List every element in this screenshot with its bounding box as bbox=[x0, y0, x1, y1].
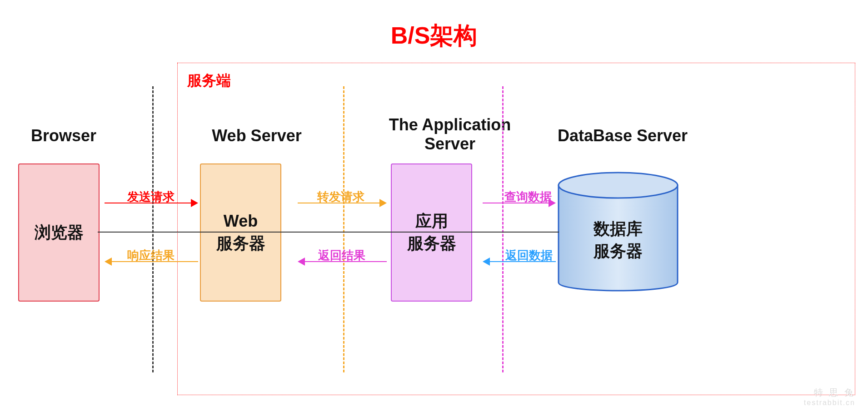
col-title-db: DataBase Server bbox=[545, 126, 700, 145]
divider-2 bbox=[343, 86, 344, 372]
diagram-title: B/S架构 bbox=[0, 20, 868, 52]
center-connector bbox=[98, 232, 559, 233]
arrow-f3-req-label: 查询数据 bbox=[504, 189, 552, 205]
col-title-web: Web Server bbox=[202, 126, 311, 145]
col-title-app-l1: The Application bbox=[389, 115, 511, 134]
arrow-f1-resp-head bbox=[105, 258, 112, 266]
node-web-l1: Web bbox=[224, 210, 258, 233]
node-app-l2: 服务器 bbox=[407, 233, 456, 255]
diagram-stage: B/S架构 服务端 Browser Web Server The Applica… bbox=[0, 0, 868, 416]
node-db-l1: 数据库 bbox=[594, 219, 643, 238]
node-app-l1: 应用 bbox=[415, 210, 448, 233]
watermark-l2: testrabbit.cn bbox=[804, 398, 855, 408]
arrow-f2-resp-head bbox=[298, 258, 305, 266]
divider-3 bbox=[502, 86, 504, 372]
arrow-f2-req-label: 转发请求 bbox=[317, 189, 364, 205]
node-db-l2: 服务器 bbox=[594, 242, 643, 260]
divider-1 bbox=[152, 86, 154, 372]
svg-point-0 bbox=[559, 173, 678, 198]
arrow-f2-req-head bbox=[379, 199, 387, 207]
node-db-label: 数据库 服务器 bbox=[557, 218, 679, 262]
col-title-app-l2: Server bbox=[424, 134, 475, 153]
arrow-f1-req-label: 发送请求 bbox=[127, 189, 175, 205]
arrow-f1-req-head bbox=[191, 199, 198, 207]
node-browser-label: 浏览器 bbox=[35, 222, 84, 244]
server-side-label: 服务端 bbox=[187, 71, 231, 91]
arrow-f3-resp-head bbox=[483, 258, 490, 266]
node-browser: 浏览器 bbox=[18, 163, 100, 302]
node-web-l2: 服务器 bbox=[216, 233, 265, 255]
arrow-f2-resp-label: 返回结果 bbox=[318, 248, 365, 263]
node-web-server: Web 服务器 bbox=[200, 163, 281, 302]
node-app-server: 应用 服务器 bbox=[391, 163, 472, 302]
col-title-browser: Browser bbox=[18, 126, 109, 145]
arrow-f1-resp-label: 响应结果 bbox=[127, 248, 175, 263]
watermark-l1: 特 思 兔 bbox=[804, 386, 855, 398]
arrow-f3-resp-label: 返回数据 bbox=[505, 248, 553, 263]
col-title-app: The Application Server bbox=[373, 115, 527, 154]
watermark: 特 思 兔 testrabbit.cn bbox=[804, 386, 855, 408]
